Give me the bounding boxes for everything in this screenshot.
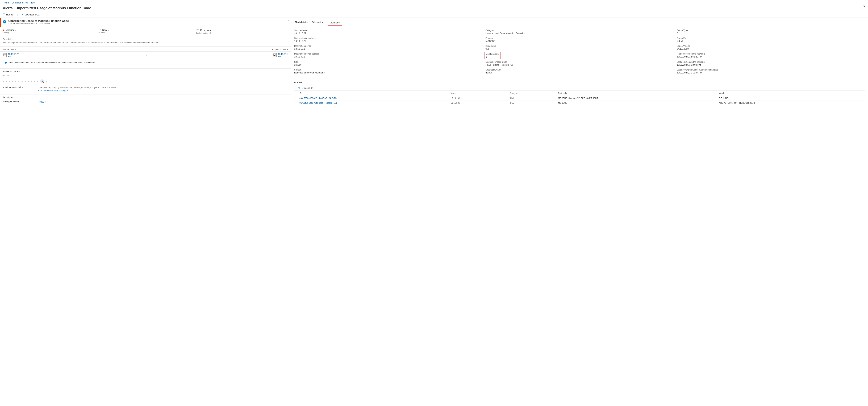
technique-name: Modify parameter xyxy=(3,100,36,103)
alert-header: ! Unpermitted Usage of Modbus Function C… xyxy=(0,18,290,27)
last-detection-value: 11 days ago xyxy=(200,29,212,31)
detail-key: Source device address xyxy=(294,37,482,39)
details-grid: Source device10.10.10.22CategoryUnauthor… xyxy=(294,26,865,78)
chevron-down-icon[interactable]: ⌵ xyxy=(108,29,109,31)
detail-key: First detection (in the network) xyxy=(677,53,865,55)
chevron-right-icon: › xyxy=(10,1,10,4)
detail-key: ViolationCount xyxy=(486,53,499,55)
detail-key: isLearnable xyxy=(486,45,673,47)
device-group-icon xyxy=(298,87,301,89)
detail-key: Modbus Function Code xyxy=(486,61,673,63)
entity-id-link[interactable]: 96730f5e-3cc1-41fd-aacc-f7edbcb57511 xyxy=(300,102,337,104)
tactic-name: Impair process control xyxy=(3,86,36,92)
detail-value: 10/31/2024, 12:51:29 PM xyxy=(677,55,865,58)
table-header: Vendor xyxy=(714,91,865,96)
description-label: Description xyxy=(3,38,288,40)
svg-point-5 xyxy=(42,81,42,82)
download-icon xyxy=(21,13,24,16)
entity-id-link[interactable]: c6ac287f-e108-4b71-b807-a6ccf4c3ef8e xyxy=(300,97,337,99)
alert-id: Alert ID: c3a9a66f-a0d0-439f-a1b1-3b8cf0… xyxy=(8,23,69,25)
detail-key: SensorVersion xyxy=(677,45,865,47)
page-title: Alerts | Unpermitted Usage of Modbus Fun… xyxy=(3,6,91,10)
external-link-icon: ↗ xyxy=(66,89,68,92)
status-label: Status xyxy=(99,32,191,34)
breadcrumb-home[interactable]: Home xyxy=(3,1,9,4)
tactic-desc: The adversary is trying to manipulate, d… xyxy=(38,86,288,89)
table-row[interactable]: c6ac287f-e108-4b71-b807-a6ccf4c3ef8e10.1… xyxy=(294,96,865,101)
info-icon[interactable]: i xyxy=(209,32,211,34)
mitre-link[interactable]: read more on attack.mitre.org ↗ xyxy=(38,89,68,92)
detail-value: idoscapa-amitcohen-violations xyxy=(294,71,482,74)
tactics-label: Tactics xyxy=(0,74,290,77)
toolbar: Refresh | Download PCAP xyxy=(0,12,868,18)
toolbar-divider: | xyxy=(18,13,18,16)
detail-value: Ot xyxy=(677,32,865,35)
alert-title: Unpermitted Usage of Modbus Function Cod… xyxy=(8,20,69,23)
external-link-icon: ↗ xyxy=(45,100,46,103)
svg-rect-7 xyxy=(299,87,299,88)
technique-link[interactable]: T0836 ↗ xyxy=(38,100,46,103)
tactic-impair-icon[interactable] xyxy=(40,80,44,83)
detail-value: 10.10.10.22 xyxy=(294,32,482,35)
destination-device-label: Destination device xyxy=(271,48,288,51)
detail-key: SiteDisplayName xyxy=(486,69,673,71)
refresh-icon xyxy=(3,13,5,16)
breadcrumb-defender[interactable]: Defender for IoT | Alerts xyxy=(12,1,36,4)
techniques-label: Techniques xyxy=(0,94,290,99)
table-header: Name xyxy=(445,91,505,96)
detail-value: 10/31/2024, 11:12:44 PM xyxy=(677,71,865,74)
violations-callout: Multiple violations have been detected. … xyxy=(3,60,288,66)
table-row[interactable]: 96730f5e-3cc1-41fd-aacc-f7edbcb5751110.1… xyxy=(294,101,865,105)
detail-value: 1 xyxy=(486,56,499,58)
pin-icon[interactable] xyxy=(93,7,95,9)
clock-icon xyxy=(196,29,199,32)
detail-value: 10.11.50.1 xyxy=(294,55,482,58)
detail-value: 10/31/2024, 1:13:04 PM xyxy=(677,64,865,66)
svg-rect-6 xyxy=(42,82,42,82)
download-pcap-button[interactable]: Download PCAP xyxy=(21,13,41,16)
detail-value: Unauthorized Communication Behavior xyxy=(486,32,673,35)
detail-key: Source device xyxy=(294,29,482,32)
detail-key: SensorZone xyxy=(677,37,865,39)
refresh-label: Refresh xyxy=(6,13,14,16)
detail-value: 24.1.5.3689 xyxy=(677,48,865,50)
detail-value: default xyxy=(294,64,482,66)
alert-summary: ▲ Medium ⌵ Severity ✦ New ⌵ Status xyxy=(0,27,290,36)
hmi-icon xyxy=(3,53,7,57)
tab-violations[interactable]: Violations xyxy=(328,20,342,26)
severity-value: Medium xyxy=(6,29,14,31)
detail-key: Last detection (in the network) xyxy=(677,61,865,63)
entities-group-label: Devices (2) xyxy=(302,87,313,89)
shield-info-icon xyxy=(5,61,7,64)
detail-key: Site xyxy=(294,61,482,63)
chevron-down-icon[interactable]: ⌵ xyxy=(295,87,297,89)
entities-table: IDNameSubtypeProtocolsVendor c6ac287f-e1… xyxy=(294,91,865,105)
source-device-link[interactable]: 10.10.10.22 xyxy=(8,53,19,55)
severity-label: Severity xyxy=(2,32,94,34)
svg-text:!: ! xyxy=(4,21,5,23)
tab-take-action[interactable]: Take action xyxy=(312,19,324,26)
breadcrumb: Home › Defender for IoT | Alerts › xyxy=(0,0,868,5)
table-header: Subtype xyxy=(505,91,553,96)
tab-alert-details[interactable]: Alert details xyxy=(294,19,308,26)
svg-rect-2 xyxy=(3,54,6,56)
close-icon[interactable]: ✕ xyxy=(863,5,865,8)
collapse-icon[interactable]: « xyxy=(288,20,289,22)
download-label: Download PCAP xyxy=(25,13,41,16)
source-device-label: Source device xyxy=(3,48,16,51)
refresh-button[interactable]: Refresh xyxy=(3,13,14,16)
entities-title: Entities xyxy=(294,81,865,84)
detail-key: Destination device xyxy=(294,45,482,47)
more-icon[interactable]: ⋯ xyxy=(97,7,99,9)
detail-value: 10.11.50.1 xyxy=(294,48,482,50)
chevron-down-icon[interactable]: ⌵ xyxy=(15,29,16,31)
tactics-dots xyxy=(0,77,290,85)
detail-tabs: Alert details Take action Violations xyxy=(294,19,865,26)
device-flow: 10.10.10.22 HMI → 10.11.50.1 PLC xyxy=(0,52,290,60)
destination-device-link[interactable]: 10.11.50.1 xyxy=(278,53,288,55)
description-text: New traffic parameters were detected. Th… xyxy=(3,41,288,44)
mitre-title: MITRE ATT&CK® xyxy=(0,68,290,74)
detail-key: Last activity (manual or automated chang… xyxy=(677,69,865,71)
detail-value: MODBUS xyxy=(486,40,673,42)
detail-key: Sensor xyxy=(294,69,482,71)
